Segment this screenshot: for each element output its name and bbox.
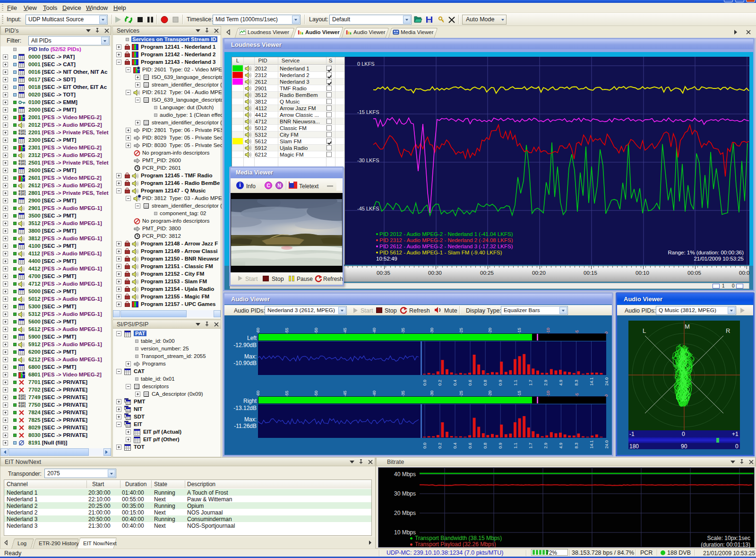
svg-text:R: R — [726, 327, 730, 334]
svg-text:L: L — [643, 327, 646, 334]
svg-text:M: M — [685, 323, 690, 330]
